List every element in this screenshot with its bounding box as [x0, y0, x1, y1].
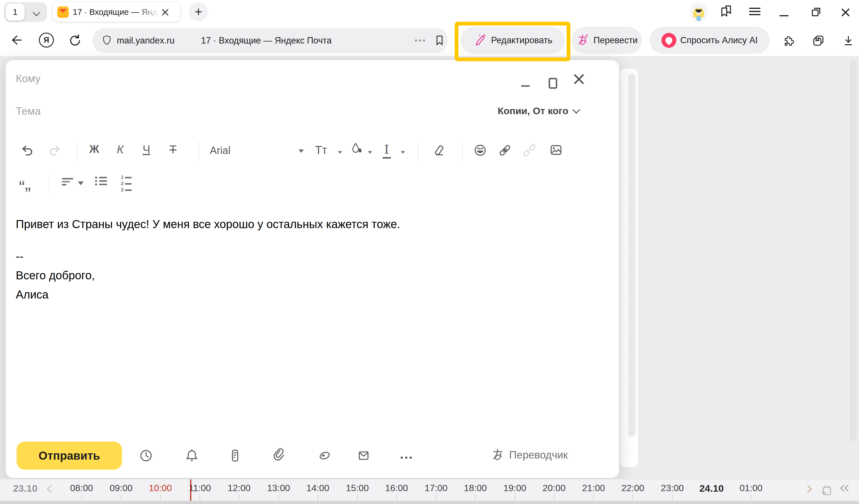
timeline-time: 18:00	[464, 483, 487, 493]
new-tab-button[interactable]: +	[189, 2, 208, 21]
fill-color-button[interactable]	[350, 142, 364, 155]
font-size-arrow-icon[interactable]	[338, 151, 342, 154]
mail-row-separators	[620, 180, 628, 466]
fill-color-arrow-icon[interactable]	[368, 151, 372, 154]
collapse-icon[interactable]	[841, 486, 850, 492]
envelope-icon[interactable]	[356, 448, 371, 464]
timeline-time: 17:00	[425, 483, 448, 493]
text-color-glyph: I	[382, 142, 391, 158]
align-button[interactable]	[62, 176, 73, 187]
eraser-button[interactable]	[430, 142, 446, 158]
back-button[interactable]	[9, 33, 24, 49]
browser-toolbar: Я mail.yandex.ru 17 · Входящие — Яндекс …	[0, 24, 859, 56]
message-body-editor[interactable]: Привет из Страны чудес! У меня все хорош…	[16, 215, 577, 304]
bookmark-flag-icon[interactable]	[433, 34, 446, 48]
timeline-prev-icon[interactable]	[47, 485, 55, 493]
undo-button[interactable]	[19, 142, 35, 158]
bold-button[interactable]: Ж	[89, 143, 99, 155]
timeline-time: 23:00	[661, 483, 684, 493]
to-field[interactable]: Кому	[16, 73, 40, 85]
tab-counter-group[interactable]: 1	[4, 2, 47, 22]
address-more-icon[interactable]: •••	[415, 36, 427, 45]
send-button-label: Отправить	[39, 449, 100, 462]
timeline-time: 21:00	[582, 483, 605, 493]
window-close-button[interactable]: ×	[840, 0, 852, 24]
insert-image-button[interactable]	[548, 142, 564, 158]
body-line: --	[16, 247, 577, 266]
compose-minimize-button[interactable]	[521, 85, 530, 87]
tab-counter[interactable]: 1	[6, 3, 25, 20]
download-icon[interactable]	[841, 34, 856, 49]
refresh-button[interactable]	[67, 33, 82, 49]
timeline-time: 13:00	[267, 483, 290, 493]
subject-field[interactable]: Тема	[16, 105, 41, 117]
schedule-clock-icon[interactable]	[138, 448, 154, 464]
edit-button-label: Редактировать	[491, 35, 552, 46]
tab-title: 17 · Входящие — Яндек	[73, 7, 159, 17]
quote-button[interactable]: “ ”	[13, 174, 36, 194]
numbered-list-button[interactable]: 1 2 3	[121, 174, 132, 194]
font-size-button[interactable]: Тт	[315, 144, 327, 156]
attach-paperclip-icon[interactable]	[270, 448, 286, 464]
reminder-bell-icon[interactable]	[184, 448, 199, 464]
bottom-strip	[0, 501, 859, 504]
align-arrow-icon[interactable]	[78, 181, 84, 185]
avatar[interactable]	[690, 3, 708, 21]
chevron-down-icon[interactable]	[33, 9, 40, 16]
emoji-smiley-icon[interactable]	[472, 142, 488, 158]
num-1: 1	[121, 174, 125, 180]
mail-list-scrollbar[interactable]	[628, 73, 636, 437]
compose-restore-button[interactable]	[548, 78, 557, 89]
redo-button[interactable]	[47, 142, 63, 158]
underline-button[interactable]: Ч	[142, 143, 150, 156]
edit-button[interactable]: Редактировать	[461, 27, 564, 54]
page-title: 17 · Входящие — Яндекс Почта	[201, 35, 332, 46]
text-color-button[interactable]: I	[382, 142, 391, 158]
window-minimize-button[interactable]	[779, 0, 788, 24]
bookmarks-panel-icon[interactable]	[718, 3, 734, 20]
body-line: Всего доброго,	[16, 266, 577, 285]
active-tab[interactable]: 17 · Входящие — Яндек ×	[53, 2, 180, 22]
translate-a-icon	[490, 447, 505, 463]
translate-button[interactable]: Перевести	[572, 27, 642, 54]
timeline-time: 16:00	[385, 483, 408, 493]
shield-icon[interactable]	[101, 34, 113, 47]
font-family-select[interactable]: Arial	[210, 144, 230, 156]
unlink-button	[522, 142, 537, 158]
strikethrough-button[interactable]: Т	[169, 143, 176, 156]
calendar-add-icon[interactable]	[819, 484, 834, 499]
link-button[interactable]	[497, 142, 513, 158]
ask-alice-label: Спросить Алису AI	[680, 35, 758, 46]
more-actions-icon[interactable]: •••	[400, 453, 414, 462]
notes-template-icon[interactable]	[227, 448, 243, 464]
cc-from-toggle[interactable]: Копии, От кого	[498, 105, 579, 117]
timeline-date-right: 24.10	[699, 483, 724, 494]
timeline-time: 19:00	[503, 483, 526, 493]
address-bar[interactable]: mail.yandex.ru 17 · Входящие — Яндекс По…	[92, 28, 448, 53]
body-line: Привет из Страны чудес! У меня все хорош…	[16, 215, 577, 234]
extensions-puzzle-icon[interactable]	[781, 33, 796, 49]
tab-close-icon[interactable]: ×	[160, 6, 170, 18]
text-color-arrow-icon[interactable]	[401, 151, 405, 154]
yandex-logo-button[interactable]: Я	[39, 33, 54, 47]
translator-button[interactable]: Переводчик	[490, 447, 568, 463]
compose-close-button[interactable]: ×	[572, 70, 586, 88]
num-3: 3	[121, 187, 125, 193]
mail-list-edge	[620, 69, 638, 467]
window-restore-button[interactable]	[809, 0, 824, 24]
font-family-arrow-icon[interactable]	[299, 149, 304, 153]
timeline-next-icon[interactable]	[804, 485, 812, 493]
yandex-disk-icon[interactable]	[317, 448, 332, 464]
bullet-list-button[interactable]	[95, 175, 107, 187]
url-text[interactable]: mail.yandex.ru	[117, 35, 175, 46]
timeline-time-current: 10:00	[149, 483, 172, 493]
page-scrollbar[interactable]	[850, 61, 857, 441]
send-button[interactable]: Отправить	[17, 442, 122, 470]
timeline-time: 12:00	[228, 483, 251, 493]
collections-icon[interactable]	[811, 33, 826, 49]
ask-alice-button[interactable]: Спросить Алису AI	[649, 27, 770, 54]
body-blank-line	[16, 234, 577, 247]
italic-button[interactable]: К	[117, 143, 124, 156]
chevron-down-icon	[572, 106, 580, 113]
alice-circle-icon	[661, 33, 676, 48]
